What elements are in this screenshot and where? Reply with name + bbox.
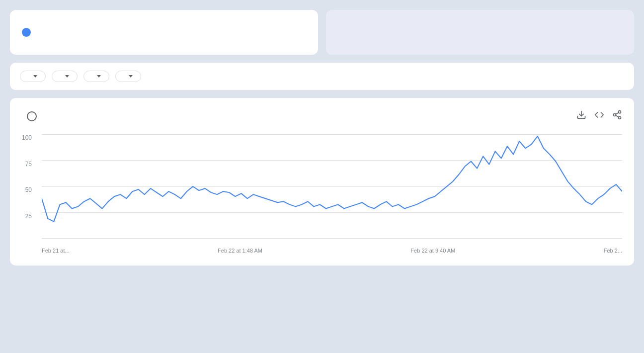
x-label-2: Feb 22 at 1:48 AM bbox=[218, 248, 262, 254]
chart-title-group bbox=[22, 111, 37, 121]
chart-header bbox=[22, 110, 622, 122]
search-type-filter-button[interactable] bbox=[115, 71, 141, 82]
download-button[interactable] bbox=[576, 110, 586, 122]
x-label-1: Feb 21 at... bbox=[42, 248, 70, 254]
share-button[interactable] bbox=[612, 110, 622, 122]
category-chevron-icon bbox=[97, 75, 101, 78]
search-type-chevron-icon bbox=[129, 75, 133, 78]
chart-actions bbox=[576, 110, 622, 122]
embed-button[interactable] bbox=[594, 110, 604, 122]
chart-container: 100 75 50 25 Feb 21 at... Feb 22 at 1:48… bbox=[42, 134, 622, 254]
y-label-25: 25 bbox=[25, 213, 32, 220]
x-label-3: Feb 22 at 9:40 AM bbox=[410, 248, 455, 254]
category-filter-button[interactable] bbox=[83, 71, 109, 82]
search-term-dot bbox=[22, 28, 31, 37]
region-filter-button[interactable] bbox=[20, 71, 46, 82]
top-section bbox=[10, 10, 634, 55]
y-label-100: 100 bbox=[22, 134, 32, 141]
y-label-75: 75 bbox=[25, 161, 32, 168]
help-icon[interactable] bbox=[27, 111, 37, 121]
y-label-50: 50 bbox=[25, 186, 32, 193]
time-filter-button[interactable] bbox=[52, 71, 78, 82]
x-axis: Feb 21 at... Feb 22 at 1:48 AM Feb 22 at… bbox=[42, 239, 622, 254]
chart-svg bbox=[42, 134, 622, 239]
y-axis: 100 75 50 25 bbox=[22, 134, 36, 239]
chart-card: 100 75 50 25 Feb 21 at... Feb 22 at 1:48… bbox=[10, 98, 634, 265]
region-chevron-icon bbox=[33, 75, 37, 78]
svg-line-4 bbox=[616, 115, 619, 117]
svg-line-5 bbox=[616, 112, 619, 114]
x-label-4: Feb 2... bbox=[604, 248, 622, 254]
time-chevron-icon bbox=[65, 75, 69, 78]
compare-card[interactable] bbox=[326, 10, 634, 55]
filters-card bbox=[10, 63, 634, 90]
search-term-card bbox=[10, 10, 318, 55]
